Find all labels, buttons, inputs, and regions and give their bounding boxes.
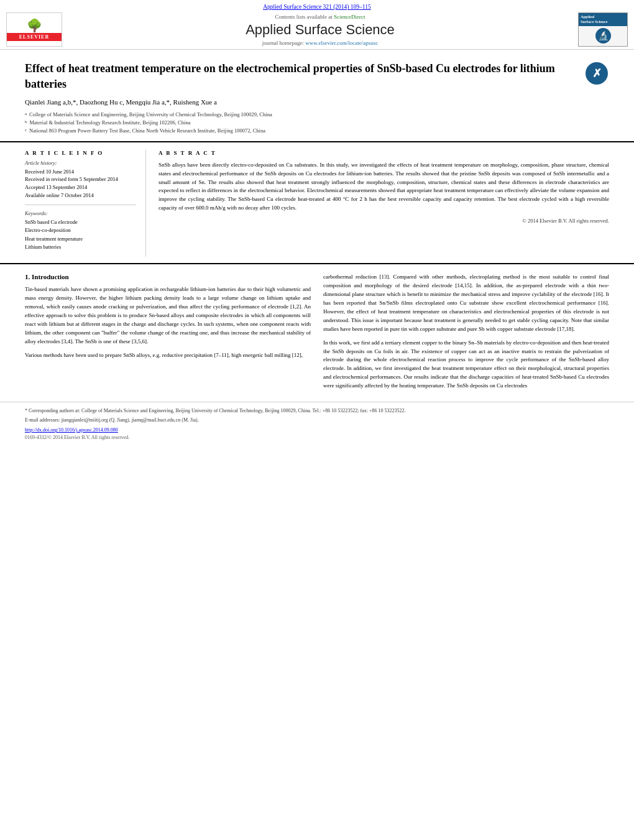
crossmark[interactable]: ✗: [584, 61, 609, 86]
affiliation-a: a College of Materials Science and Engin…: [25, 111, 609, 119]
authors: Qianlei Jiang a,b,*, Daozhong Hu c, Meng…: [25, 98, 609, 106]
section1-para1: Tin-based materials have shown a promisi…: [25, 285, 311, 346]
affiliations: a College of Materials Science and Engin…: [25, 111, 609, 134]
journal-citation[interactable]: Applied Surface Science 321 (2014) 109–1…: [0, 4, 634, 10]
abstract-text: SnSb alloys have been directly electro-c…: [158, 161, 609, 213]
journal-logo: Applied Surface Science 🔬: [578, 12, 628, 47]
logo-title: Applied Surface Science: [579, 13, 627, 26]
keywords-section: Keywords: SnSb based Cu electrode Electr…: [25, 210, 136, 252]
section1-title: 1. Introduction: [25, 273, 311, 280]
article-title: Effect of heat treatment temperature on …: [25, 61, 575, 92]
issn: 0169-4332/© 2014 Elsevier B.V. All right…: [25, 434, 609, 441]
history-title: Article history:: [25, 160, 136, 166]
keyword-1: SnSb based Cu electrode: [25, 218, 136, 227]
journal-homepage: journal homepage: www.elsevier.com/locat…: [62, 40, 578, 46]
article-body: A R T I C L E I N F O Article history: R…: [0, 142, 634, 264]
section1-para2: Various methods have been used to prepar…: [25, 351, 311, 360]
info-divider: [25, 205, 136, 205]
page-header: Applied Surface Science 321 (2014) 109–1…: [0, 0, 634, 50]
elsevier-tree-icon: 🌳: [27, 18, 42, 33]
affiliation-c: c National 863 Program Power Battery Tes…: [25, 127, 609, 135]
available-date: Available online 7 October 2014: [25, 192, 136, 200]
accepted-date: Accepted 13 September 2014: [25, 183, 136, 192]
logo-circle-icon: 🔬: [595, 28, 611, 44]
abstract-title: A B S T R A C T: [158, 150, 609, 156]
revised-date: Received in revised form 5 September 201…: [25, 175, 136, 183]
doi-anchor[interactable]: http://dx.doi.org/10.1016/j.apsusc.2014.…: [25, 427, 118, 433]
keywords-list: SnSb based Cu electrode Electro-co-depos…: [25, 218, 136, 252]
header-center: Contents lists available at ScienceDirec…: [62, 14, 578, 46]
keyword-3: Heat treatment temperature: [25, 235, 136, 244]
elsevier-logo: 🌳 ELSEVIER: [6, 12, 62, 47]
affiliation-b: b Material & Industrial Technology Resea…: [25, 119, 609, 127]
journal-link[interactable]: Applied Surface Science 321 (2014) 109–1…: [263, 4, 371, 10]
doi-link[interactable]: http://dx.doi.org/10.1016/j.apsusc.2014.…: [25, 427, 609, 434]
crossmark-icon: ✗: [586, 62, 608, 85]
homepage-link[interactable]: www.elsevier.com/locate/apsusc: [305, 40, 378, 46]
keyword-2: Electro-co-deposition: [25, 226, 136, 235]
received-date: Received 10 June 2014: [25, 168, 136, 176]
sciencedirect-link[interactable]: ScienceDirect: [334, 14, 365, 20]
elsevier-label: ELSEVIER: [7, 33, 62, 41]
article-info: A R T I C L E I N F O Article history: R…: [25, 150, 146, 257]
section1-right-para2: In this work, we first add a tertiary el…: [323, 339, 609, 391]
copyright: © 2014 Elsevier B.V. All rights reserved…: [158, 218, 609, 224]
header-row: 🌳 ELSEVIER Contents lists available at S…: [0, 12, 634, 47]
email-note: E-mail addresses: jiangqianlei@miitij.or…: [25, 417, 609, 424]
section1-right-para1: carbothermal reduction [13]. Compared wi…: [323, 273, 609, 334]
article-info-title: A R T I C L E I N F O: [25, 150, 136, 156]
right-column: carbothermal reduction [13]. Compared wi…: [323, 273, 609, 395]
article-header: Effect of heat treatment temperature on …: [0, 50, 634, 142]
corresponding-note: * Corresponding authors at: College of M…: [25, 407, 609, 415]
logo-bottom: 🔬: [579, 26, 627, 46]
article-history: Article history: Received 10 June 2014 R…: [25, 160, 136, 200]
keyword-4: Lithium batteries: [25, 243, 136, 252]
contents-available: Contents lists available at ScienceDirec…: [62, 14, 578, 20]
keywords-title: Keywords:: [25, 210, 136, 216]
footnotes: * Corresponding authors at: College of M…: [0, 402, 634, 445]
title-row: Effect of heat treatment temperature on …: [25, 61, 609, 92]
journal-title: Applied Surface Science: [62, 22, 578, 38]
main-content: 1. Introduction Tin-based materials have…: [0, 264, 634, 402]
left-column: 1. Introduction Tin-based materials have…: [25, 273, 311, 395]
abstract-section: A B S T R A C T SnSb alloys have been di…: [158, 150, 609, 257]
